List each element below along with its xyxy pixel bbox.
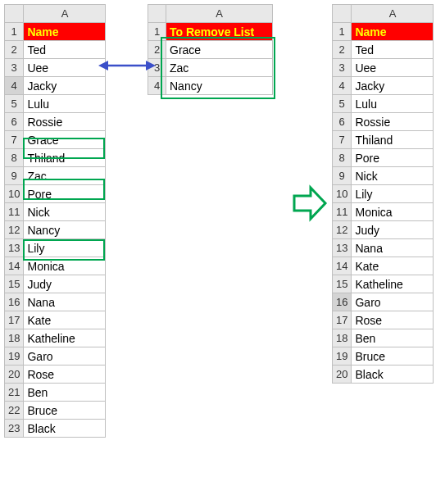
data-cell[interactable]: Katheline: [24, 329, 106, 347]
row-header[interactable]: 5: [333, 95, 352, 113]
row-header[interactable]: 13: [333, 239, 352, 257]
data-cell[interactable]: Kate: [352, 257, 434, 275]
row-header[interactable]: 3: [5, 59, 24, 77]
data-cell[interactable]: Monica: [352, 203, 434, 221]
row-header[interactable]: 17: [5, 311, 24, 329]
data-cell[interactable]: Nick: [24, 203, 106, 221]
list-header-cell[interactable]: Name: [24, 23, 106, 41]
data-cell[interactable]: Grace: [166, 41, 273, 59]
data-cell[interactable]: Grace: [24, 131, 106, 149]
row-header[interactable]: 10: [5, 185, 24, 203]
row-header[interactable]: 15: [333, 275, 352, 293]
data-cell[interactable]: Rossie: [352, 113, 434, 131]
row-header[interactable]: 2: [148, 41, 166, 59]
data-cell[interactable]: Jacky: [352, 77, 434, 95]
row-header[interactable]: 1: [148, 23, 166, 41]
data-cell[interactable]: Nancy: [24, 221, 106, 239]
data-cell[interactable]: Rossie: [24, 113, 106, 131]
row-header[interactable]: 16: [5, 293, 24, 311]
column-header-a[interactable]: A: [166, 5, 273, 23]
row-header[interactable]: 19: [333, 347, 352, 366]
row-header[interactable]: 4: [148, 77, 166, 95]
row-header[interactable]: 8: [333, 149, 352, 167]
data-cell[interactable]: Ted: [24, 41, 106, 59]
data-cell[interactable]: Black: [24, 420, 106, 438]
row-header[interactable]: 2: [333, 41, 352, 59]
select-all-corner[interactable]: [148, 5, 166, 23]
row-header[interactable]: 3: [333, 59, 352, 77]
row-header[interactable]: 23: [5, 420, 24, 438]
select-all-corner[interactable]: [5, 5, 24, 23]
row-header[interactable]: 7: [5, 131, 24, 149]
row-header[interactable]: 17: [333, 311, 352, 329]
row-header[interactable]: 18: [5, 329, 24, 347]
data-cell[interactable]: Pore: [24, 185, 106, 203]
source-list-table: A 1Name2Ted3Uee4Jacky5Lulu6Rossie7Grace8…: [4, 4, 106, 438]
row-header[interactable]: 20: [5, 366, 24, 384]
row-header[interactable]: 9: [333, 167, 352, 185]
data-cell[interactable]: Thiland: [352, 131, 434, 149]
data-cell[interactable]: Garo: [24, 347, 106, 366]
row-header[interactable]: 21: [5, 384, 24, 402]
data-cell[interactable]: Lily: [24, 239, 106, 257]
data-cell[interactable]: Lulu: [352, 95, 434, 113]
row-header[interactable]: 12: [5, 221, 24, 239]
data-cell[interactable]: Jacky: [24, 77, 106, 95]
row-header[interactable]: 4: [333, 77, 352, 95]
column-header-a[interactable]: A: [24, 5, 106, 23]
select-all-corner[interactable]: [333, 5, 352, 23]
list-header-cell[interactable]: To Remove List: [166, 23, 273, 41]
row-header[interactable]: 22: [5, 402, 24, 420]
data-cell[interactable]: Uee: [24, 59, 106, 77]
row-header[interactable]: 11: [5, 203, 24, 221]
data-cell[interactable]: Thiland: [24, 149, 106, 167]
row-header[interactable]: 20: [333, 366, 352, 384]
data-cell[interactable]: Nancy: [166, 77, 273, 95]
data-cell[interactable]: Katheline: [352, 275, 434, 293]
row-header[interactable]: 14: [333, 257, 352, 275]
row-header[interactable]: 6: [5, 113, 24, 131]
data-cell[interactable]: Black: [352, 366, 434, 384]
data-cell[interactable]: Uee: [352, 59, 434, 77]
data-cell[interactable]: Zac: [166, 59, 273, 77]
data-cell[interactable]: Judy: [352, 221, 434, 239]
data-cell[interactable]: Nick: [352, 167, 434, 185]
data-cell[interactable]: Bruce: [24, 402, 106, 420]
row-header[interactable]: 12: [333, 221, 352, 239]
data-cell[interactable]: Zac: [24, 167, 106, 185]
data-cell[interactable]: Lulu: [24, 95, 106, 113]
data-cell[interactable]: Garo: [352, 293, 434, 311]
data-cell[interactable]: Ben: [352, 329, 434, 347]
data-cell[interactable]: Lily: [352, 185, 434, 203]
data-cell[interactable]: Rose: [352, 311, 434, 329]
data-cell[interactable]: Ted: [352, 41, 434, 59]
row-header[interactable]: 4: [5, 77, 24, 95]
row-header[interactable]: 14: [5, 257, 24, 275]
row-header[interactable]: 11: [333, 203, 352, 221]
column-header-a[interactable]: A: [352, 5, 434, 23]
row-header[interactable]: 10: [333, 185, 352, 203]
row-header[interactable]: 19: [5, 347, 24, 366]
row-header[interactable]: 6: [333, 113, 352, 131]
data-cell[interactable]: Nana: [24, 293, 106, 311]
data-cell[interactable]: Bruce: [352, 347, 434, 366]
data-cell[interactable]: Nana: [352, 239, 434, 257]
row-header[interactable]: 1: [5, 23, 24, 41]
row-header[interactable]: 8: [5, 149, 24, 167]
data-cell[interactable]: Rose: [24, 366, 106, 384]
row-header[interactable]: 18: [333, 329, 352, 347]
data-cell[interactable]: Monica: [24, 257, 106, 275]
row-header[interactable]: 5: [5, 95, 24, 113]
row-header[interactable]: 15: [5, 275, 24, 293]
row-header[interactable]: 2: [5, 41, 24, 59]
list-header-cell[interactable]: Name: [352, 23, 434, 41]
row-header[interactable]: 13: [5, 239, 24, 257]
data-cell[interactable]: Ben: [24, 384, 106, 402]
data-cell[interactable]: Kate: [24, 311, 106, 329]
data-cell[interactable]: Judy: [24, 275, 106, 293]
row-header[interactable]: 9: [5, 167, 24, 185]
row-header[interactable]: 1: [333, 23, 352, 41]
row-header[interactable]: 7: [333, 131, 352, 149]
data-cell[interactable]: Pore: [352, 149, 434, 167]
row-header[interactable]: 16: [333, 293, 352, 311]
